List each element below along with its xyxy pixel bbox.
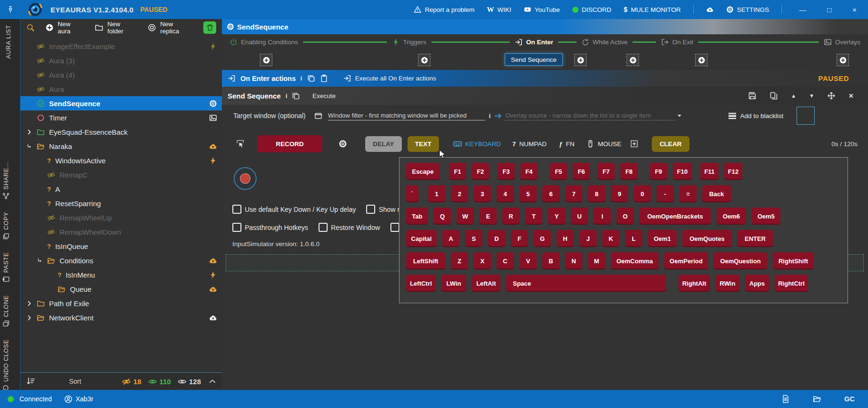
new-folder-button[interactable]: New folder xyxy=(95,20,137,35)
maximize-button[interactable]: □ xyxy=(827,6,831,14)
open-folder-icon[interactable] xyxy=(813,395,821,403)
key-rwin[interactable]: RWin xyxy=(716,275,739,292)
key-f10[interactable]: F10 xyxy=(673,163,692,180)
clear-button[interactable]: CLEAR xyxy=(652,136,689,152)
sidebar-item-conditions[interactable]: Conditions xyxy=(20,253,222,268)
sidebar-item-isinmenu[interactable]: ?IsInMenu xyxy=(20,268,222,282)
key-lwin[interactable]: LWin xyxy=(441,275,466,292)
user-badge[interactable]: Xab3r xyxy=(64,395,93,403)
add-action-button[interactable] xyxy=(837,54,849,66)
sidebar-item-isinqueue[interactable]: ?IsInQueue xyxy=(20,239,222,253)
chevron-right-icon[interactable] xyxy=(26,300,32,307)
sort-icon[interactable] xyxy=(26,377,36,386)
sidebar-item-networkclient[interactable]: NetworkClient xyxy=(20,310,222,325)
key-m[interactable]: M xyxy=(588,252,605,269)
visibility-count-2[interactable]: 128 xyxy=(178,377,201,386)
add-action-button[interactable] xyxy=(695,54,708,66)
rail-clone-button[interactable]: CLONE xyxy=(2,295,10,327)
pin-icon[interactable] xyxy=(7,5,14,14)
checkbox-r[interactable] xyxy=(390,223,399,232)
key-rightalt[interactable]: RightAlt xyxy=(678,275,710,292)
save-icon[interactable] xyxy=(748,91,757,100)
key-f2[interactable]: F2 xyxy=(472,163,489,180)
record-indicator-button[interactable] xyxy=(234,167,257,190)
key-c[interactable]: C xyxy=(497,252,514,269)
menu-discord[interactable]: DISCORD xyxy=(572,6,611,13)
key-[interactable]: - xyxy=(657,185,674,202)
key-3[interactable]: 3 xyxy=(474,185,491,202)
info-icon[interactable]: i xyxy=(286,92,288,100)
key-oemquestion[interactable]: OemQuestion xyxy=(714,252,767,269)
key-x[interactable]: X xyxy=(474,252,491,269)
pipeline-tab-while-active[interactable]: While Active xyxy=(581,38,628,46)
key-z[interactable]: Z xyxy=(451,252,468,269)
key-oemcomma[interactable]: OemComma xyxy=(611,252,658,269)
key-leftctrl[interactable]: LeftCtrl xyxy=(406,275,436,292)
rail-paste-button[interactable]: PASTE xyxy=(2,252,10,283)
menu-updates[interactable] xyxy=(706,6,714,13)
menu-mule-monitor[interactable]: $MULE MONITOR xyxy=(624,6,681,13)
pipeline-tab-on-exit[interactable]: On Exit xyxy=(661,38,693,46)
sidebar-item-eyesquad-essenceback[interactable]: EyeSquad-EssenceBack xyxy=(20,125,222,139)
key-oem6[interactable]: Oem6 xyxy=(717,208,746,225)
key-n[interactable]: N xyxy=(565,252,582,269)
key-s[interactable]: S xyxy=(465,230,482,247)
fn-button[interactable]: ƒ FN xyxy=(559,140,575,148)
info-icon[interactable]: i xyxy=(489,112,491,119)
menu-report-problem[interactable]: Report a problem xyxy=(414,6,474,13)
new-aura-button[interactable]: New aura xyxy=(45,20,84,35)
menu-settings[interactable]: SETTINGS xyxy=(726,6,769,13)
key-f12[interactable]: F12 xyxy=(724,163,742,180)
key-d[interactable]: D xyxy=(488,230,505,247)
key-f6[interactable]: F6 xyxy=(573,163,590,180)
rail-share-button[interactable]: SHARE... xyxy=(2,162,10,199)
menu-youtube[interactable]: YouTube xyxy=(524,6,560,13)
close-action-icon[interactable]: ✕ xyxy=(848,92,854,100)
key-rightshift[interactable]: RightShift xyxy=(773,252,814,269)
checkbox-use-default-key-down-key-up-delay[interactable] xyxy=(232,205,241,214)
key-apps[interactable]: Apps xyxy=(745,275,769,292)
sidebar-item-aura-4[interactable]: Aura (4) xyxy=(20,68,222,82)
keyboard-button[interactable]: KEYBOARD xyxy=(453,139,501,148)
paste-icon[interactable] xyxy=(320,74,328,82)
key-enter[interactable]: ENTER xyxy=(738,230,773,247)
key-o[interactable]: O xyxy=(617,208,634,225)
chevron-right-icon[interactable] xyxy=(26,129,32,135)
tab-send-sequence[interactable]: Send Sequence xyxy=(505,53,563,66)
new-replica-button[interactable]: New replica xyxy=(148,20,193,35)
add-action-button[interactable] xyxy=(418,54,430,66)
rail-undo-close-button[interactable]: UNDO CLOSE xyxy=(2,339,10,392)
trash-bin-button[interactable] xyxy=(203,21,216,34)
close-button[interactable]: × xyxy=(852,6,857,14)
sidebar-item-timer[interactable]: Timer xyxy=(20,110,222,125)
key-u[interactable]: U xyxy=(571,208,588,225)
dropdown-caret-icon[interactable] xyxy=(676,112,683,119)
checkbox-restore-window[interactable] xyxy=(319,223,328,232)
sidebar-item-remapwheeldown[interactable]: RemapWheelDown xyxy=(20,225,222,239)
gear-icon[interactable] xyxy=(209,100,217,108)
key-1[interactable]: 1 xyxy=(428,185,445,202)
collapse-chevron-icon[interactable] xyxy=(209,378,216,385)
key-t[interactable]: T xyxy=(525,208,542,225)
sidebar-item-path-of-exile[interactable]: Path of Exile xyxy=(20,296,222,310)
frame-select-icon[interactable] xyxy=(630,139,639,148)
copy-icon[interactable] xyxy=(307,74,315,82)
move-up-icon[interactable]: ▲ xyxy=(791,93,796,99)
key-7[interactable]: 7 xyxy=(565,185,582,202)
key-j[interactable]: J xyxy=(579,230,597,247)
sidebar-item-queue[interactable]: Queue xyxy=(20,282,222,296)
key-k[interactable]: K xyxy=(602,230,619,247)
add-action-button[interactable] xyxy=(260,54,272,66)
key-[interactable]: ` xyxy=(406,185,419,202)
sidebar-item-naraka[interactable]: Naraka xyxy=(20,139,222,153)
key-oemquotes[interactable]: OemQuotes xyxy=(682,230,732,247)
key-f7[interactable]: F7 xyxy=(598,163,615,180)
checkbox-passthrough-hotkeys[interactable] xyxy=(232,223,241,232)
move-down-icon[interactable]: ▼ xyxy=(809,93,814,99)
pipeline-tab-overlays[interactable]: Overlays xyxy=(824,38,860,46)
key-f8[interactable]: F8 xyxy=(620,163,638,180)
key-f[interactable]: F xyxy=(511,230,528,247)
gear-icon[interactable] xyxy=(339,139,347,148)
key-oem5[interactable]: Oem5 xyxy=(752,208,780,225)
visibility-count-0[interactable]: 18 xyxy=(122,377,141,386)
